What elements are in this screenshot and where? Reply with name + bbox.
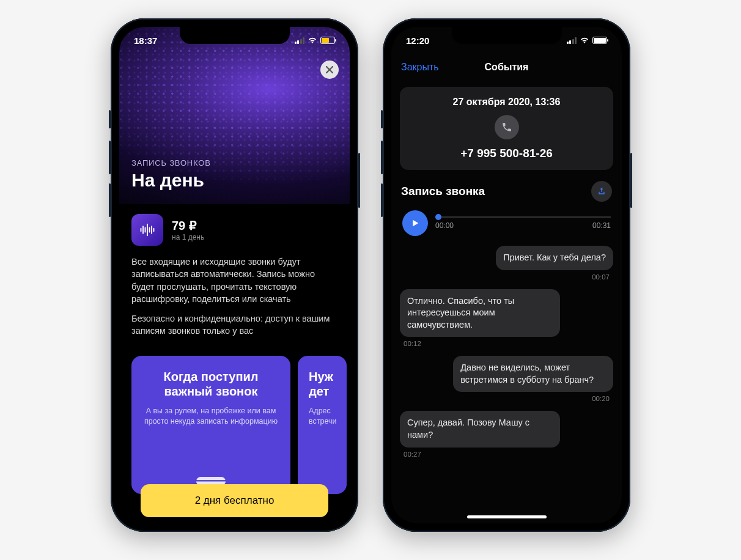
price-amount: 79 ₽ xyxy=(172,218,204,233)
chat-thread: Привет. Как у тебя дела?00:07Отлично. Сп… xyxy=(400,246,613,466)
nav-close-button[interactable]: Закрыть xyxy=(401,62,439,73)
status-time: 18:37 xyxy=(134,35,157,46)
call-date: 27 октября 2020, 13:36 xyxy=(407,97,606,108)
description: Все входящие и исходящие звонки будут за… xyxy=(119,246,350,337)
cta-label: 2 дня бесплатно xyxy=(195,495,275,507)
play-button[interactable] xyxy=(402,210,428,236)
phone-mockup-left: 18:37 ЗАПИСЬ ЗВОНКОВ На день xyxy=(111,18,358,532)
phone-icon-button[interactable] xyxy=(495,115,519,139)
share-button[interactable] xyxy=(591,181,612,202)
section-title-row: Запись звонка xyxy=(400,181,613,202)
screen-left: 18:37 ЗАПИСЬ ЗВОНКОВ На день xyxy=(119,27,350,523)
chat-bubble: Давно не виделись, может встретимся в су… xyxy=(453,356,613,392)
chat-bubble: Отлично. Спасибо, что ты интересуешься м… xyxy=(400,289,560,337)
chat-time: 00:07 xyxy=(588,273,613,281)
play-icon xyxy=(410,218,421,229)
desc-line-2: Безопасно и конфиденциально: доступ к ва… xyxy=(131,312,337,337)
cards-row[interactable]: Когда поступил важный звонок А вы за рул… xyxy=(119,345,350,494)
hero-title: На день xyxy=(131,170,211,191)
screen-right: 12:20 Закрыть События 27 октября 2020, 1… xyxy=(391,27,622,523)
wifi-icon xyxy=(580,37,589,44)
track-time-end: 00:31 xyxy=(592,221,611,230)
track-slider[interactable]: 00:00 00:31 xyxy=(435,213,611,234)
close-icon xyxy=(326,66,333,73)
desc-line-1: Все входящие и исходящие звонки будут за… xyxy=(131,256,337,305)
section-title: Запись звонка xyxy=(401,185,485,198)
share-icon xyxy=(597,186,606,196)
close-button[interactable] xyxy=(320,61,339,79)
nav-title: События xyxy=(485,62,529,73)
chat-bubble: Супер, давай. Позову Машу с нами? xyxy=(400,411,560,447)
audio-player: 00:00 00:31 xyxy=(400,210,613,236)
feature-card-2[interactable]: Нуждет Адресвстречи xyxy=(298,356,347,494)
card-sub: А вы за рулем, на пробежке или вам прост… xyxy=(142,406,279,427)
cta-button[interactable]: 2 дня бесплатно xyxy=(141,484,328,517)
card-sub: Адресвстречи xyxy=(309,406,336,427)
signal-icon xyxy=(567,37,577,44)
signal-icon xyxy=(295,37,305,44)
price-period: на 1 день xyxy=(172,233,204,241)
chat-message: Давно не виделись, может встретимся в су… xyxy=(453,356,613,402)
price-row: 79 ₽ на 1 день xyxy=(119,204,350,246)
battery-icon xyxy=(592,37,607,44)
card-title: Когда поступил важный звонок xyxy=(142,369,279,399)
hero-eyebrow: ЗАПИСЬ ЗВОНКОВ xyxy=(131,158,211,168)
chat-bubble: Привет. Как у тебя дела? xyxy=(496,246,613,270)
card-title: Нуждет xyxy=(309,369,336,399)
chat-time: 00:27 xyxy=(400,451,425,458)
chat-time: 00:20 xyxy=(588,395,613,402)
chat-message: Отлично. Спасибо, что ты интересуешься м… xyxy=(400,289,560,348)
track-time-start: 00:00 xyxy=(435,221,454,230)
waveform-icon xyxy=(131,214,163,246)
content-scroll[interactable]: 27 октября 2020, 13:36 +7 995 500-81-26 … xyxy=(391,81,622,523)
chat-message: Привет. Как у тебя дела?00:07 xyxy=(496,246,613,281)
call-number: +7 995 500-81-26 xyxy=(407,147,606,160)
battery-icon xyxy=(320,37,335,44)
call-header-panel: 27 октября 2020, 13:36 +7 995 500-81-26 xyxy=(400,87,613,170)
navbar: Закрыть События xyxy=(391,54,622,81)
home-indicator[interactable] xyxy=(467,515,547,518)
status-time: 12:20 xyxy=(406,35,429,46)
feature-card-1[interactable]: Когда поступил важный звонок А вы за рул… xyxy=(131,356,290,494)
chat-time: 00:12 xyxy=(400,340,425,347)
chat-message: Супер, давай. Позову Машу с нами?00:27 xyxy=(400,411,560,457)
wifi-icon xyxy=(308,37,317,44)
phone-mockup-right: 12:20 Закрыть События 27 октября 2020, 1… xyxy=(383,18,630,532)
phone-icon xyxy=(501,122,512,133)
